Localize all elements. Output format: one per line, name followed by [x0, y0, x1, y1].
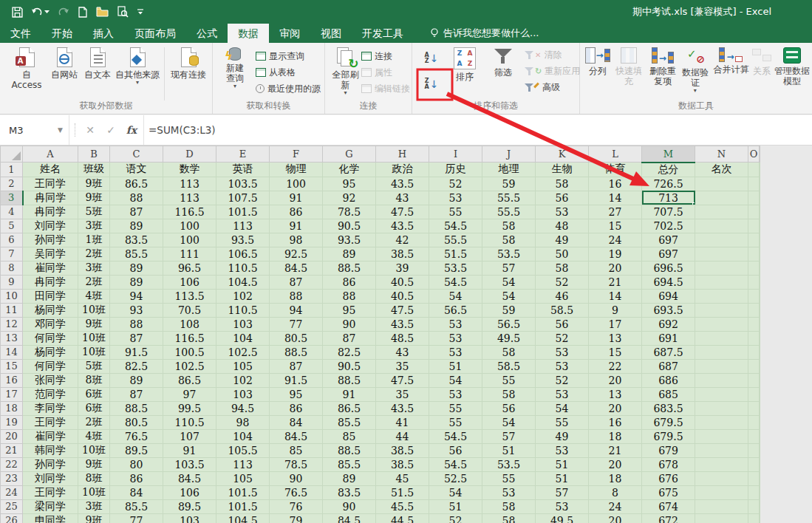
- cell[interactable]: 42: [376, 233, 429, 247]
- cell[interactable]: 91: [270, 219, 323, 233]
- cell[interactable]: 韩同学: [23, 443, 78, 457]
- cell[interactable]: [695, 177, 748, 191]
- data-validation-button[interactable]: ✓⊘ 数据验证 ▾: [679, 46, 712, 94]
- column-letter[interactable]: G: [323, 146, 376, 163]
- cell[interactable]: [760, 247, 760, 261]
- fill-handle[interactable]: [692, 202, 695, 205]
- cell[interactable]: 杨同学: [23, 345, 78, 359]
- tell-me-box[interactable]: 告诉我您想要做什么...: [430, 24, 539, 43]
- cell[interactable]: 88.5: [323, 443, 376, 457]
- cell[interactable]: 104: [216, 429, 270, 443]
- cell[interactable]: [695, 443, 748, 457]
- cell[interactable]: [748, 219, 760, 233]
- cell[interactable]: 88: [323, 289, 376, 303]
- cell[interactable]: 54: [482, 275, 536, 289]
- cell[interactable]: 10班: [78, 485, 110, 499]
- cell[interactable]: [760, 177, 760, 191]
- cell[interactable]: 51: [429, 359, 482, 373]
- cell[interactable]: [748, 317, 760, 331]
- cell[interactable]: [695, 499, 748, 513]
- cell[interactable]: 88.5: [110, 401, 163, 415]
- cell[interactable]: 地理: [482, 163, 536, 177]
- cell[interactable]: 674: [642, 499, 695, 513]
- cell[interactable]: 105.5: [216, 443, 270, 457]
- cell[interactable]: 24: [589, 233, 642, 247]
- cell[interactable]: 57: [482, 261, 536, 275]
- cell[interactable]: 54.5: [429, 457, 482, 471]
- cell[interactable]: 116.5: [163, 205, 216, 219]
- cell[interactable]: [748, 345, 760, 359]
- cell[interactable]: 76.5: [110, 429, 163, 443]
- cell[interactable]: 35: [376, 387, 429, 401]
- row-number[interactable]: 11: [1, 303, 23, 317]
- cell[interactable]: 47.5: [376, 205, 429, 219]
- cell[interactable]: 54: [429, 485, 482, 499]
- cell[interactable]: 9班: [78, 177, 110, 191]
- cell[interactable]: 102: [216, 373, 270, 387]
- cell[interactable]: [695, 247, 748, 261]
- cell[interactable]: 1班: [78, 233, 110, 247]
- tab-developer[interactable]: 开发工具: [352, 24, 414, 43]
- existing-connections-button[interactable]: 现有连接: [168, 46, 209, 80]
- cell[interactable]: 101.5: [216, 205, 270, 219]
- cell[interactable]: 3班: [78, 261, 110, 275]
- cell[interactable]: 38.5: [376, 443, 429, 457]
- row-number[interactable]: 24: [1, 485, 23, 499]
- cell[interactable]: 692: [642, 317, 695, 331]
- cell[interactable]: 55.5: [482, 191, 536, 205]
- cell[interactable]: 56.5: [482, 317, 536, 331]
- cell[interactable]: 93.5: [323, 233, 376, 247]
- row-number[interactable]: 4: [1, 205, 23, 219]
- cell[interactable]: 班级: [78, 163, 110, 177]
- cell[interactable]: 54: [536, 401, 589, 415]
- cell[interactable]: 51.5: [376, 485, 429, 499]
- cell[interactable]: 王同学: [23, 177, 78, 191]
- cell[interactable]: 108: [163, 317, 216, 331]
- sort-dialog-button[interactable]: ZAAZ 排序: [448, 46, 482, 82]
- cell[interactable]: 范同学: [23, 387, 78, 401]
- cell[interactable]: 87: [110, 331, 163, 345]
- cell[interactable]: 100.5: [163, 345, 216, 359]
- cell[interactable]: 99.5: [163, 401, 216, 415]
- cell[interactable]: 56: [482, 401, 536, 415]
- cell[interactable]: 103: [216, 317, 270, 331]
- consolidate-button[interactable]: → 合并计算: [712, 46, 750, 75]
- cell[interactable]: 58: [482, 499, 536, 513]
- cell[interactable]: 43.5: [376, 177, 429, 191]
- connections-button[interactable]: 连接: [361, 49, 410, 64]
- customize-qat-icon[interactable]: [137, 8, 144, 16]
- row-number[interactable]: 19: [1, 415, 23, 429]
- cell[interactable]: 696.5: [642, 261, 695, 275]
- cell[interactable]: [748, 429, 760, 443]
- cell[interactable]: 40.5: [376, 275, 429, 289]
- column-letter[interactable]: K: [536, 146, 589, 163]
- cell[interactable]: 14: [589, 289, 642, 303]
- cell[interactable]: 679: [642, 443, 695, 457]
- cell[interactable]: 694.5: [642, 275, 695, 289]
- cell[interactable]: 58.5: [536, 303, 589, 317]
- column-letter[interactable]: M: [642, 146, 695, 163]
- row-number[interactable]: 17: [1, 387, 23, 401]
- cell[interactable]: 87: [270, 275, 323, 289]
- cell[interactable]: 张同学: [23, 373, 78, 387]
- cell[interactable]: 数学: [163, 163, 216, 177]
- cell[interactable]: 52: [429, 177, 482, 191]
- cell[interactable]: 5班: [78, 205, 110, 219]
- row-number[interactable]: 26: [1, 513, 23, 523]
- cell[interactable]: [695, 303, 748, 317]
- cell[interactable]: 冉同学: [23, 191, 78, 205]
- cell[interactable]: 何同学: [23, 359, 78, 373]
- cell[interactable]: 55.5: [429, 233, 482, 247]
- cell[interactable]: 58: [536, 261, 589, 275]
- cell[interactable]: 51: [482, 443, 536, 457]
- open-folder-icon[interactable]: [96, 7, 109, 17]
- cell[interactable]: [760, 485, 760, 499]
- cell[interactable]: 88.5: [323, 261, 376, 275]
- relationships-button[interactable]: 关系: [751, 46, 773, 76]
- row-number[interactable]: 9: [1, 275, 23, 289]
- cell[interactable]: 86.5: [323, 401, 376, 415]
- cell[interactable]: [695, 387, 748, 401]
- cell[interactable]: 45: [376, 471, 429, 485]
- cell[interactable]: 52: [536, 331, 589, 345]
- cell[interactable]: 85.5: [323, 415, 376, 429]
